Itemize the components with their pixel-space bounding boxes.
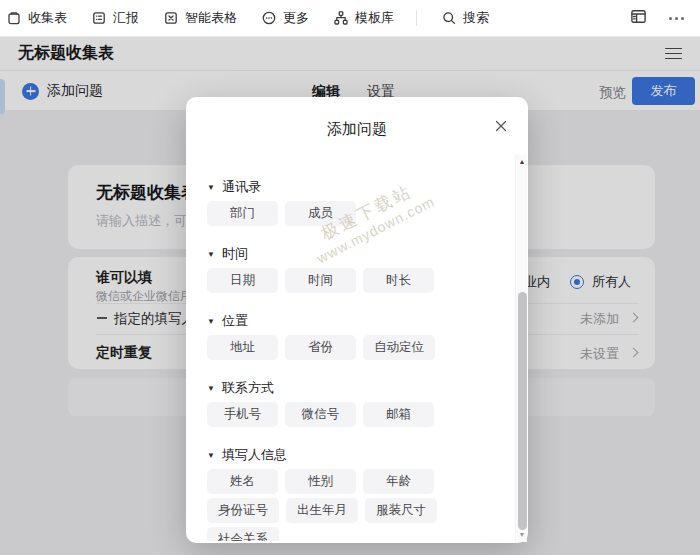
question-section: ▼时间日期时间时长 [207,246,496,293]
section-header[interactable]: ▼通讯录 [207,179,496,195]
question-type-button[interactable]: 邮箱 [363,402,434,427]
scroll-down-icon[interactable]: ▼ [516,528,528,541]
triangle-down-icon: ▼ [207,385,215,393]
nav-item-smart-table[interactable]: 智能表格 [163,9,237,27]
nav-item-more[interactable]: 更多 [261,9,309,27]
nav-label: 收集表 [28,9,67,27]
section-header[interactable]: ▼时间 [207,246,496,262]
section-header[interactable]: ▼位置 [207,313,496,329]
triangle-down-icon: ▼ [207,318,215,326]
close-icon[interactable] [493,118,509,134]
scroll-up-icon[interactable]: ▲ [516,155,528,168]
question-type-button[interactable]: 姓名 [207,469,278,494]
report-icon [91,10,107,26]
scrollbar-thumb[interactable] [518,292,527,530]
question-type-button[interactable]: 服装尺寸 [365,498,437,523]
nav-label: 搜索 [463,9,489,27]
question-type-button[interactable]: 手机号 [207,402,278,427]
question-type-button[interactable]: 年龄 [363,469,434,494]
layout-panel-icon[interactable] [630,8,647,29]
question-type-button[interactable]: 性别 [285,469,356,494]
nav-item-search[interactable]: 搜索 [441,9,489,27]
nav-label: 更多 [283,9,309,27]
question-type-button[interactable]: 身份证号 [207,498,279,523]
question-type-button[interactable]: 时间 [285,268,356,293]
section-header[interactable]: ▼联系方式 [207,380,496,396]
section-items: 地址省份自动定位 [207,335,496,360]
triangle-down-icon: ▼ [207,184,215,192]
nav-label: 智能表格 [185,9,237,27]
question-type-list: ▼通讯录部门成员▼时间日期时间时长▼位置地址省份自动定位▼联系方式手机号微信号邮… [207,154,496,541]
template-library-icon [333,10,349,26]
nav-label: 模板库 [355,9,394,27]
section-name: 填写人信息 [222,446,287,464]
question-section: ▼联系方式手机号微信号邮箱 [207,380,496,427]
question-section: ▼填写人信息姓名性别年龄身份证号出生年月服装尺寸社会关系 [207,447,496,541]
modal-title: 添加问题 [186,120,528,139]
app-toolbar: 收集表 汇报 智能表格 更多 模板库 搜索 [0,0,700,37]
question-type-button[interactable]: 省份 [285,335,356,360]
section-items: 姓名性别年龄身份证号出生年月服装尺寸社会关系 [207,469,496,541]
question-type-button[interactable]: 出生年月 [286,498,358,523]
triangle-down-icon: ▼ [207,452,215,460]
more-circle-icon [261,10,277,26]
nav-item-template-library[interactable]: 模板库 [333,9,394,27]
question-section: ▼位置地址省份自动定位 [207,313,496,360]
section-name: 时间 [222,245,248,263]
question-type-button[interactable]: 日期 [207,268,278,293]
section-items: 手机号微信号邮箱 [207,402,496,427]
question-type-button[interactable]: 地址 [207,335,278,360]
section-items: 部门成员 [207,201,496,226]
question-type-button[interactable]: 部门 [207,201,278,226]
search-icon [441,10,457,26]
question-type-button[interactable]: 微信号 [285,402,356,427]
section-name: 位置 [222,312,248,330]
question-type-button[interactable]: 社会关系 [207,527,279,541]
section-header[interactable]: ▼填写人信息 [207,447,496,463]
section-name: 通讯录 [222,178,261,196]
nav-item-report[interactable]: 汇报 [91,9,139,27]
smart-table-icon [163,10,179,26]
question-section: ▼通讯录部门成员 [207,179,496,226]
add-question-modal: 添加问题 ▼通讯录部门成员▼时间日期时间时长▼位置地址省份自动定位▼联系方式手机… [186,97,528,543]
modal-scrollbar: ▲ ▼ [515,154,527,542]
triangle-down-icon: ▼ [207,251,215,259]
question-type-button[interactable]: 时长 [363,268,434,293]
nav-item-collection-form[interactable]: 收集表 [6,9,67,27]
question-type-button[interactable]: 自动定位 [363,335,435,360]
section-items: 日期时间时长 [207,268,496,293]
section-name: 联系方式 [222,379,274,397]
collection-form-icon [6,10,22,26]
question-type-button[interactable]: 成员 [285,201,356,226]
nav-label: 汇报 [113,9,139,27]
toolbar-divider [416,11,417,26]
window-more-icon[interactable] [669,17,684,20]
